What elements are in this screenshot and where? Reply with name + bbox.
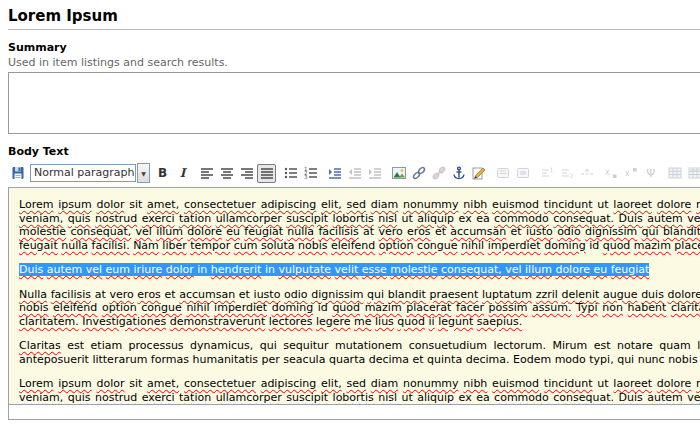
table-props-button[interactable]	[685, 164, 700, 183]
editor-paragraph: Lorem ipsum dolor sit amet, consectetuer…	[19, 198, 700, 252]
editor-paragraph-selected: Duis autem vel eum iriure dolor in hendr…	[19, 263, 700, 277]
summary-description: Used in item listings and search results…	[8, 56, 700, 69]
editor-paragraph: Nulla facilisis at vero eros et accumsan…	[19, 288, 700, 329]
link-button[interactable]	[409, 164, 428, 183]
editor-paragraph: Claritas est etiam processus dynamicus, …	[19, 339, 700, 366]
styleprops-button[interactable]	[493, 164, 512, 183]
del-button[interactable]: 1	[537, 164, 556, 183]
body-text-label: Body Text	[8, 145, 700, 158]
media-button[interactable]	[513, 164, 532, 183]
toolbar-save-slot	[8, 164, 28, 183]
editor-toolbar: Normal paragraph BI12312xxΨHTMLInsert/Ed…	[8, 161, 700, 185]
image-button[interactable]	[389, 164, 408, 183]
anchor-button[interactable]	[449, 164, 468, 183]
edit-source-button[interactable]	[469, 164, 488, 183]
svg-text:2: 2	[569, 172, 573, 179]
align-right-button[interactable]	[237, 164, 256, 183]
subscript-button[interactable]: x	[601, 164, 620, 183]
bold-button[interactable]: B	[153, 164, 172, 183]
svg-text:Ψ: Ψ	[646, 167, 655, 180]
svg-text:x: x	[605, 168, 610, 177]
page-title: Lorem Ipsum	[8, 4, 700, 30]
svg-text:1: 1	[549, 166, 553, 173]
selected-text: Duis autem vel eum iriure dolor in hendr…	[19, 263, 649, 276]
superscript-button[interactable]: x	[621, 164, 640, 183]
editor-body[interactable]: Lorem ipsum dolor sit amet, consectetuer…	[8, 187, 700, 405]
save-button[interactable]	[8, 164, 27, 183]
paragraph-format-value: Normal paragraph	[30, 164, 136, 182]
visualchars-button[interactable]: Ψ	[641, 164, 660, 183]
align-justify-button[interactable]	[257, 164, 276, 183]
outdent-button[interactable]	[345, 164, 364, 183]
ins-button[interactable]: 2	[557, 164, 576, 183]
paragraph-format-select[interactable]: Normal paragraph	[30, 163, 150, 183]
editor-paragraph: Lorem ipsum dolor sit amet, consectetuer…	[19, 377, 700, 405]
align-left-button[interactable]	[197, 164, 216, 183]
summary-textarea[interactable]	[8, 72, 700, 134]
bullet-list-button[interactable]	[281, 164, 300, 183]
pagebreak-button[interactable]	[577, 164, 596, 183]
unlink-button[interactable]	[429, 164, 448, 183]
italic-button[interactable]: I	[173, 164, 192, 183]
svg-text:x: x	[625, 169, 630, 178]
toolbar-buttons: BI12312xxΨHTMLInsert/Edit Embedly link	[153, 164, 700, 183]
editor-content[interactable]: Lorem ipsum dolor sit amet, consectetuer…	[19, 198, 700, 405]
blockquote-button[interactable]	[325, 164, 344, 183]
numbered-list-button[interactable]: 123	[301, 164, 320, 183]
table-button[interactable]	[665, 164, 684, 183]
editor-statusbar	[8, 405, 700, 420]
node-edit-form: Lorem Ipsum Summary Used in item listing…	[0, 0, 700, 426]
svg-text:3: 3	[304, 174, 308, 180]
indent-button[interactable]	[365, 164, 384, 183]
align-center-button[interactable]	[217, 164, 236, 183]
chevron-down-icon[interactable]	[137, 163, 150, 183]
summary-label: Summary	[8, 41, 700, 54]
